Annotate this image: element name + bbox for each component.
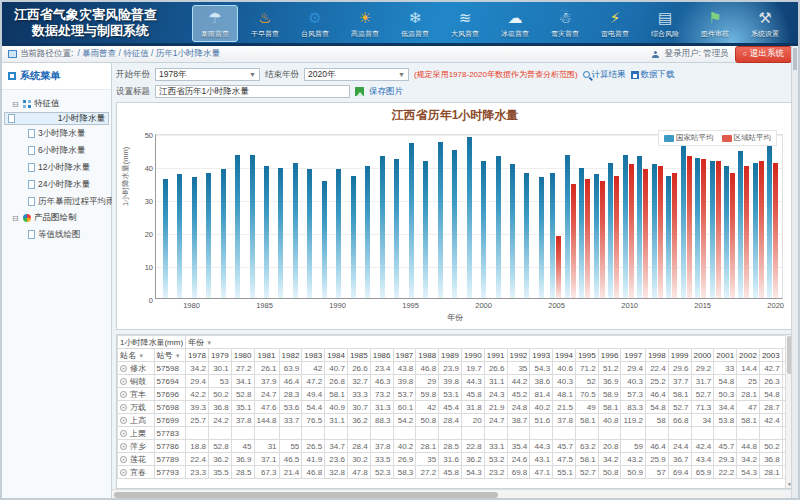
bar-national-1988[interactable] [307, 169, 312, 298]
legend-item[interactable]: 区域站平均 [722, 133, 772, 143]
bar-national-1978[interactable] [163, 179, 168, 298]
nav-item-low-temp[interactable]: ❄ 低温普查 [392, 5, 438, 42]
table-row-万载[interactable]: +万载 5769839.336.835.147.653.654.440.930.… [118, 401, 786, 414]
scrollbar-thumb[interactable] [793, 48, 797, 70]
bar-national-1997[interactable] [438, 142, 443, 298]
year-column-header[interactable]: 1988 [416, 349, 439, 362]
station-name-header[interactable]: 站名 ▼ [118, 349, 155, 362]
sidebar-item-24小时降水量[interactable]: 24小时降水量 [4, 176, 109, 193]
bar-national-2006[interactable] [565, 155, 570, 298]
nav-item-snow[interactable]: ☃ 雪灾普查 [542, 5, 588, 42]
table-row-上栗[interactable]: +上栗 57783 [118, 427, 786, 440]
year-column-header[interactable]: 1997 [621, 349, 645, 362]
bar-national-2007[interactable] [579, 168, 584, 298]
sidebar-item-等值线绘图[interactable]: 等值线绘图 [4, 226, 109, 243]
year-column-header[interactable]: 1978 [186, 349, 209, 362]
bar-national-2012[interactable] [652, 164, 657, 298]
expand-icon[interactable]: + [120, 430, 127, 437]
expand-icon[interactable]: + [120, 417, 127, 424]
bar-national-1987[interactable] [293, 163, 298, 298]
bar-national-2008[interactable] [594, 174, 599, 298]
collapse-icon[interactable]: ⊟ [12, 100, 20, 109]
bar-national-2002[interactable] [510, 164, 515, 298]
bar-national-1999[interactable] [467, 137, 472, 298]
nav-item-drought[interactable]: ♨ 干旱普查 [242, 5, 288, 42]
bar-regional-2011[interactable] [643, 169, 648, 298]
nav-item-settings[interactable]: ⚒ 系统设置 [742, 5, 788, 42]
table-row-上高[interactable]: +上高 5769925.724.237.8144.833.776.531.136… [118, 414, 786, 427]
nav-item-hail[interactable]: ☁ 冰雹普查 [492, 5, 538, 42]
nav-item-typhoon[interactable]: ⚙ 台风普查 [292, 5, 338, 42]
bar-national-1990[interactable] [336, 169, 341, 298]
bar-regional-2013[interactable] [672, 173, 677, 299]
bar-national-2009[interactable] [608, 163, 613, 298]
measure-header[interactable]: 1小时降水量(mm) [118, 336, 186, 349]
expand-icon[interactable]: + [120, 365, 127, 372]
bar-national-2015[interactable] [695, 158, 700, 298]
year-column-header[interactable]: 1995 [575, 349, 598, 362]
bar-national-1994[interactable] [394, 159, 399, 298]
bar-national-2010[interactable] [623, 155, 628, 298]
bar-national-1996[interactable] [423, 161, 428, 298]
bar-regional-2008[interactable] [600, 181, 605, 298]
logout-button[interactable]: ○ 退出系统 [735, 46, 792, 63]
bar-national-2013[interactable] [666, 176, 671, 298]
year-column-header[interactable]: 1979 [208, 349, 231, 362]
bar-national-2018[interactable] [738, 151, 743, 298]
bar-national-1985[interactable] [264, 166, 269, 298]
bar-regional-2016[interactable] [716, 161, 721, 298]
sidebar-item-6小时降水量[interactable]: 6小时降水量 [4, 142, 109, 159]
bar-national-2005[interactable] [550, 173, 555, 299]
table-row-铜鼓[interactable]: +铜鼓 5769429.45334.137.946.447.226.832.74… [118, 375, 786, 388]
bar-national-2016[interactable] [710, 161, 715, 298]
nav-item-high-temp[interactable]: ☀ 高温普查 [342, 5, 388, 42]
year-column-header[interactable]: 1996 [598, 349, 621, 362]
table-row-萍乡[interactable]: +萍乡 5778618.852.845315526.534.728.437.84… [118, 440, 786, 453]
download-button[interactable]: 数据下载 [631, 69, 675, 81]
bar-regional-2020[interactable] [773, 163, 778, 298]
nav-item-lightning[interactable]: ⚡ 雷电普查 [592, 5, 638, 42]
legend-item[interactable]: 国家站平均 [664, 133, 714, 143]
bar-regional-2018[interactable] [744, 166, 749, 298]
bar-regional-2007[interactable] [585, 179, 590, 298]
year-column-header[interactable]: 1982 [279, 349, 302, 362]
bar-national-2011[interactable] [637, 156, 642, 298]
scrollbar-thumb[interactable] [114, 492, 498, 498]
bar-national-1979[interactable] [177, 174, 182, 298]
bar-national-1982[interactable] [221, 169, 226, 298]
year-column-header[interactable]: 1994 [553, 349, 576, 362]
bar-regional-2015[interactable] [701, 159, 706, 298]
bar-national-2000[interactable] [481, 161, 486, 298]
save-image-button[interactable]: 保存图片 [369, 86, 403, 98]
year-column-header[interactable]: 1989 [439, 349, 462, 362]
year-column-header[interactable]: 1999 [668, 349, 691, 362]
bar-national-1980[interactable] [192, 177, 197, 298]
sidebar-item-1小时降水量[interactable]: 1小时降水量 [4, 112, 109, 125]
expand-icon[interactable]: + [120, 404, 127, 411]
chart-title-input[interactable] [155, 85, 350, 98]
bar-national-2019[interactable] [753, 163, 758, 298]
year-column-header[interactable]: 1998 [645, 349, 668, 362]
bar-national-1993[interactable] [380, 156, 385, 298]
bar-national-2001[interactable] [496, 156, 501, 298]
bar-national-1998[interactable] [452, 150, 457, 298]
bar-regional-2006[interactable] [571, 184, 576, 298]
bar-regional-2019[interactable] [759, 161, 764, 298]
nav-item-gale[interactable]: ≋ 大风普查 [442, 5, 488, 42]
sidebar-item-12小时降水量[interactable]: 12小时降水量 [4, 159, 109, 176]
nav-item-rainstorm[interactable]: ☂ 暴雨普查 [192, 5, 238, 42]
expand-icon[interactable]: + [120, 456, 127, 463]
year-column-header[interactable]: 2000 [691, 349, 714, 362]
bar-regional-2005[interactable] [556, 236, 561, 298]
bar-national-1989[interactable] [322, 181, 327, 298]
year-axis-header[interactable]: 年份 ▼ [186, 336, 785, 349]
bar-national-1981[interactable] [206, 173, 211, 299]
bar-national-2014[interactable] [681, 146, 686, 298]
bar-national-2020[interactable] [767, 145, 772, 298]
bar-regional-2014[interactable] [687, 156, 692, 298]
year-column-header[interactable]: 1993 [530, 349, 553, 362]
expand-icon[interactable]: + [120, 469, 127, 476]
expand-icon[interactable]: + [120, 391, 127, 398]
tree-group[interactable]: ⊟ 特征值 [4, 96, 109, 112]
year-column-header[interactable]: 1990 [461, 349, 484, 362]
